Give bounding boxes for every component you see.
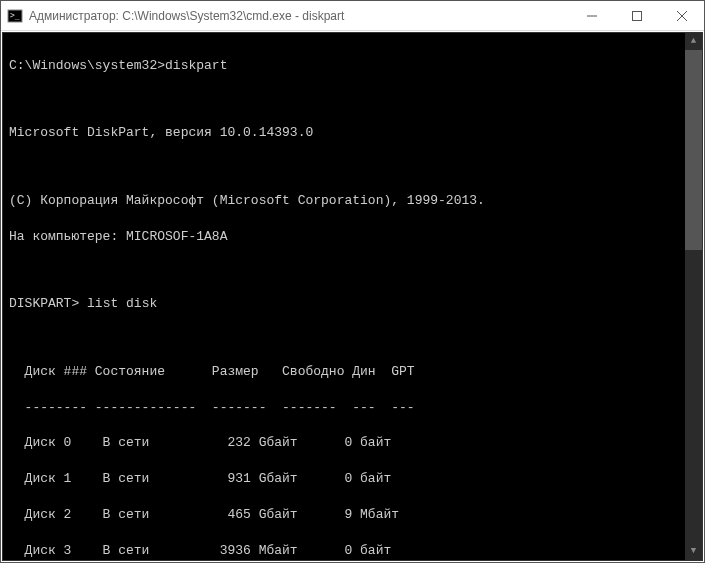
blank-line xyxy=(9,93,696,107)
svg-text:>_: >_ xyxy=(10,11,20,20)
command: diskpart xyxy=(165,58,227,73)
maximize-button[interactable] xyxy=(614,1,659,30)
disk-row: Диск 2 В сети 465 Gбайт 9 Mбайт xyxy=(9,506,696,524)
window-buttons xyxy=(569,1,704,30)
titlebar[interactable]: >_ Администратор: C:\Windows\System32\cm… xyxy=(1,1,704,31)
scrollbar-thumb[interactable] xyxy=(685,50,702,250)
close-button[interactable] xyxy=(659,1,704,30)
terminal-line: C:\Windows\system32>diskpart xyxy=(9,57,696,75)
prompt: C:\Windows\system32> xyxy=(9,58,165,73)
prompt: DISKPART> xyxy=(9,296,79,311)
disk-row: Диск 1 В сети 931 Gбайт 0 байт xyxy=(9,470,696,488)
cmd-window: >_ Администратор: C:\Windows\System32\cm… xyxy=(0,0,705,563)
copyright-line: (C) Корпорация Майкрософт (Microsoft Cor… xyxy=(9,192,696,210)
cmd-icon: >_ xyxy=(7,8,23,24)
terminal-output[interactable]: C:\Windows\system32>diskpart Microsoft D… xyxy=(2,32,703,561)
version-line: Microsoft DiskPart, версия 10.0.14393.0 xyxy=(9,124,696,142)
disk-row: Диск 0 В сети 232 Gбайт 0 байт xyxy=(9,434,696,452)
window-title: Администратор: C:\Windows\System32\cmd.e… xyxy=(29,9,569,23)
command: list disk xyxy=(87,296,157,311)
disk-row: Диск 3 В сети 3936 Mбайт 0 байт xyxy=(9,542,696,560)
blank-line xyxy=(9,160,696,174)
scrollbar[interactable]: ▲ ▼ xyxy=(685,33,702,560)
minimize-button[interactable] xyxy=(569,1,614,30)
scroll-down-button[interactable]: ▼ xyxy=(685,543,702,560)
svg-rect-3 xyxy=(632,11,641,20)
disk-table-separator: -------- ------------- ------- ------- -… xyxy=(9,399,696,417)
disk-table-header: Диск ### Состояние Размер Свободно Дин G… xyxy=(9,363,696,381)
scroll-up-button[interactable]: ▲ xyxy=(685,33,702,50)
blank-line xyxy=(9,331,696,345)
terminal-line: DISKPART> list disk xyxy=(9,295,696,313)
blank-line xyxy=(9,264,696,278)
computer-line: На компьютере: MICROSOF-1A8A xyxy=(9,228,696,246)
